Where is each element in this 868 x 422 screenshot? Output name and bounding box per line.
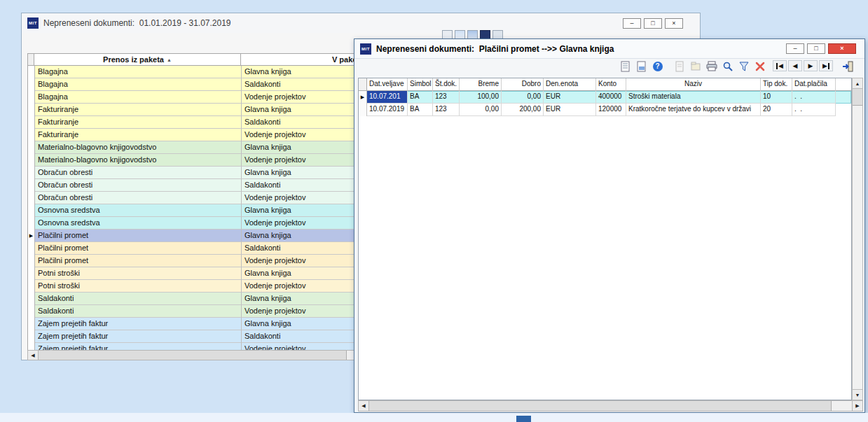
row-selector bbox=[28, 255, 35, 267]
grid-column-header[interactable]: Tip dok. bbox=[761, 78, 792, 91]
cell[interactable]: Osnovna sredstva bbox=[35, 217, 242, 230]
cell[interactable]: 120000 bbox=[596, 104, 626, 116]
minimize-button[interactable]: – bbox=[623, 18, 641, 29]
search-icon[interactable] bbox=[722, 60, 733, 72]
scrollbar-thumb[interactable] bbox=[369, 401, 832, 411]
horizontal-scrollbar[interactable]: ◀ ▶ bbox=[358, 400, 863, 412]
grid-row[interactable]: ▶10.07.201BA123100,000,00EUR400000Strošk… bbox=[359, 91, 851, 104]
filter-icon[interactable] bbox=[738, 60, 750, 72]
grid-column-header[interactable]: Dat.veljave bbox=[367, 78, 408, 91]
grid-column-header[interactable]: Naziv bbox=[626, 78, 761, 91]
cell[interactable]: 10 bbox=[761, 91, 792, 104]
cell[interactable]: 400000 bbox=[596, 91, 626, 104]
row-selector bbox=[359, 104, 367, 116]
new-document-icon[interactable] bbox=[673, 60, 685, 72]
cell[interactable]: Fakturiranje bbox=[35, 129, 242, 141]
cell[interactable]: 0,00 bbox=[460, 104, 502, 116]
cell[interactable]: 0,00 bbox=[502, 91, 544, 104]
cell[interactable]: Saldakonti bbox=[35, 293, 242, 305]
grid-column-header[interactable]: Št.dok. bbox=[433, 78, 460, 91]
cell[interactable]: 123 bbox=[433, 91, 460, 104]
cell[interactable]: Zajem prejetih faktur bbox=[35, 318, 242, 330]
cell[interactable]: Materialno-blagovno knjigovodstvo bbox=[35, 154, 242, 167]
scrollbar-thumb[interactable] bbox=[853, 89, 862, 106]
cell[interactable]: . . bbox=[792, 104, 836, 116]
help-icon[interactable]: ? bbox=[652, 60, 663, 72]
cell[interactable]: Fakturiranje bbox=[35, 116, 242, 129]
left-window-titlebar[interactable]: MIT Nepreneseni dokumenti: 01.01.2019 - … bbox=[22, 13, 700, 33]
right-window-titlebar[interactable]: MIT Nepreneseni dokumenti: Plačilni prom… bbox=[354, 39, 864, 59]
records-list-icon[interactable] bbox=[619, 60, 631, 72]
next-record-button[interactable]: ▶ bbox=[804, 60, 818, 71]
column-header-label: Prenos iz paketa bbox=[103, 55, 164, 64]
cell[interactable]: Obračun obresti bbox=[35, 167, 242, 179]
cell[interactable]: Potni stroški bbox=[35, 267, 242, 280]
delete-icon[interactable] bbox=[754, 60, 766, 72]
maximize-button[interactable]: □ bbox=[807, 43, 825, 54]
cell[interactable]: 123 bbox=[433, 104, 460, 116]
row-selector-header bbox=[359, 78, 367, 91]
cell[interactable]: Obračun obresti bbox=[35, 192, 242, 204]
cell[interactable]: Obračun obresti bbox=[35, 179, 242, 192]
cell[interactable]: Blagajna bbox=[35, 66, 242, 78]
row-selector bbox=[28, 78, 35, 91]
grid-row[interactable]: 10.07.2019BA1230,00200,00EUR120000Kratko… bbox=[359, 104, 851, 116]
row-selector-header bbox=[27, 53, 34, 66]
previous-record-button[interactable]: ◀ bbox=[788, 60, 802, 71]
open-document-icon[interactable] bbox=[689, 60, 701, 72]
cell[interactable]: Osnovna sredstva bbox=[35, 204, 242, 217]
cell[interactable]: Blagajna bbox=[35, 91, 242, 104]
cell[interactable]: 100,00 bbox=[460, 91, 502, 104]
grid-column-header[interactable]: Dat.plačila bbox=[792, 78, 836, 91]
row-selector bbox=[28, 154, 35, 167]
last-record-button[interactable]: ▶ bbox=[819, 60, 833, 71]
cell[interactable]: Blagajna bbox=[35, 78, 242, 91]
grid-column-header[interactable]: Dobro bbox=[502, 78, 544, 91]
cell[interactable]: Fakturiranje bbox=[35, 104, 242, 116]
scrollbar-thumb[interactable] bbox=[39, 351, 347, 360]
vertical-scrollbar[interactable]: ▲ ▼ bbox=[852, 78, 863, 400]
scroll-right-icon[interactable]: ▶ bbox=[852, 401, 862, 411]
exit-button[interactable] bbox=[841, 60, 853, 72]
cell[interactable]: Potni stroški bbox=[35, 280, 242, 293]
cell[interactable]: Materialno-blagovno knjigovodstvo bbox=[35, 141, 242, 154]
minimize-button[interactable]: – bbox=[786, 43, 804, 54]
cell[interactable]: Plačilni promet bbox=[35, 255, 242, 267]
row-selector bbox=[28, 104, 35, 116]
grid-column-header[interactable]: Simbol bbox=[408, 78, 433, 91]
scroll-up-icon[interactable]: ▲ bbox=[853, 78, 862, 89]
row-selector bbox=[28, 293, 35, 305]
close-button[interactable]: × bbox=[828, 43, 856, 54]
app-icon: MIT bbox=[360, 43, 371, 55]
print-icon[interactable] bbox=[705, 60, 717, 72]
cell[interactable]: EUR bbox=[544, 104, 596, 116]
preview-icon[interactable] bbox=[635, 60, 647, 72]
first-record-button[interactable]: ◀ bbox=[773, 60, 787, 71]
cell[interactable]: 20 bbox=[761, 104, 792, 116]
cell[interactable]: 200,00 bbox=[502, 104, 544, 116]
grid-column-header[interactable]: Konto bbox=[596, 78, 626, 91]
scroll-left-icon[interactable]: ◀ bbox=[359, 401, 369, 411]
maximize-button[interactable]: □ bbox=[644, 18, 662, 29]
cell[interactable]: BA bbox=[408, 104, 433, 116]
scroll-down-icon[interactable]: ▼ bbox=[853, 389, 862, 400]
cell[interactable]: 10.07.201 bbox=[367, 91, 408, 104]
scroll-left-icon[interactable]: ◀ bbox=[28, 351, 39, 360]
cell[interactable]: Kratkoročne terjatve do kupcev v državi bbox=[626, 104, 761, 116]
cell[interactable]: 10.07.2019 bbox=[367, 104, 408, 116]
cell[interactable]: Zajem prejetih faktur bbox=[35, 330, 242, 343]
cell[interactable]: Stroški materiala bbox=[626, 91, 761, 104]
cell[interactable]: EUR bbox=[544, 91, 596, 104]
cell[interactable]: BA bbox=[408, 91, 433, 104]
grid-column-header[interactable]: Breme bbox=[460, 78, 502, 91]
cell[interactable]: . . bbox=[792, 91, 836, 104]
row-selector bbox=[28, 242, 35, 255]
column-header-prenos-iz-paketa[interactable]: Prenos iz paketa ▲ bbox=[34, 53, 241, 66]
toolbar-group-navigation: ◀ ◀ ▶ ▶ bbox=[773, 60, 833, 71]
grid-column-header[interactable]: Den.enota bbox=[544, 78, 596, 91]
cell[interactable]: Plačilni promet bbox=[35, 230, 242, 242]
cell[interactable]: Saldakonti bbox=[35, 305, 242, 318]
cell[interactable]: Plačilni promet bbox=[35, 242, 242, 255]
close-button[interactable]: × bbox=[665, 18, 683, 29]
cell[interactable]: Zajem prejetih faktur bbox=[35, 343, 242, 350]
